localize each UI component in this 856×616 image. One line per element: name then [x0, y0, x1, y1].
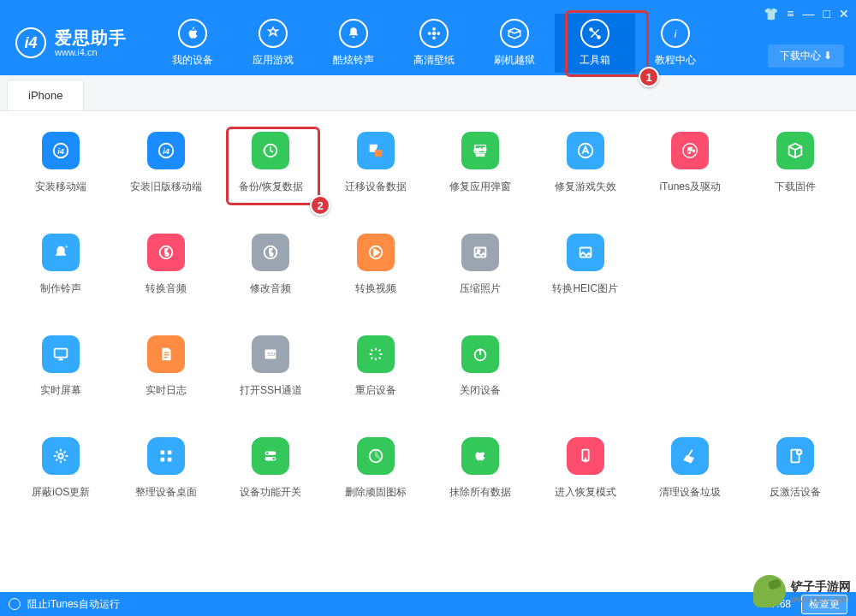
- svg-point-5: [590, 28, 592, 31]
- loading-icon: [357, 335, 395, 373]
- apple-solid-icon: [461, 437, 499, 475]
- download-center-button[interactable]: 下载中心 ⬇: [768, 44, 844, 68]
- power-icon: [461, 335, 499, 373]
- nav-label: 高清壁纸: [413, 53, 455, 68]
- tool-label: 屏蔽iOS更新: [32, 485, 90, 500]
- tool-convert-audio[interactable]: 转换音频: [114, 234, 219, 296]
- tool-install-old[interactable]: i4安装旧版移动端: [114, 132, 219, 194]
- nav-tutorial[interactable]: i 教程中心: [635, 14, 716, 73]
- svg-text:Apple ID: Apple ID: [474, 148, 486, 151]
- toggles-icon: [252, 437, 289, 475]
- shirt-icon[interactable]: 👕: [764, 7, 778, 21]
- migrate-icon: [357, 132, 395, 169]
- tool-fix-game[interactable]: 修复游戏失效: [533, 132, 639, 194]
- tool-clean[interactable]: 清理设备垃圾: [638, 437, 743, 500]
- svg-text:i4: i4: [163, 147, 169, 156]
- nav-wallpaper[interactable]: 高清壁纸: [394, 14, 474, 73]
- tool-erase[interactable]: 抹除所有数据: [428, 437, 533, 500]
- gear-icon: [42, 437, 80, 475]
- box-icon: [500, 19, 529, 48]
- tool-label: 安装移动端: [35, 180, 86, 194]
- svg-point-6: [597, 36, 600, 38]
- tool-compress-photo[interactable]: 压缩照片: [428, 234, 533, 296]
- svg-rect-28: [55, 349, 68, 358]
- svg-rect-34: [168, 451, 172, 455]
- tools-icon: [580, 19, 609, 48]
- tool-make-ring[interactable]: +制作铃声: [9, 234, 114, 296]
- tool-label: 删除顽固图标: [345, 485, 407, 500]
- tool-convert-heic[interactable]: 转换HEIC图片: [533, 234, 639, 296]
- tool-label: 实时屏幕: [40, 383, 81, 398]
- status-circle-icon[interactable]: [9, 598, 21, 610]
- broom-icon: [671, 437, 709, 475]
- tool-label: 实时日志: [146, 383, 187, 398]
- tool-label: 转换视频: [355, 281, 396, 296]
- tool-block-update[interactable]: 屏蔽iOS更新: [9, 437, 114, 500]
- svg-text:SSH: SSH: [268, 352, 277, 357]
- svg-point-0: [432, 31, 437, 35]
- phone-x-icon: [776, 437, 814, 475]
- tool-label: 转换HEIC图片: [552, 281, 618, 296]
- tool-realtime-log[interactable]: 实时日志: [114, 335, 219, 398]
- menu-icon[interactable]: ≡: [787, 7, 794, 21]
- nav-apps[interactable]: 应用游戏: [233, 14, 313, 73]
- nav-label: 酷炫铃声: [333, 53, 374, 68]
- maximize-icon[interactable]: □: [823, 7, 830, 21]
- tool-feature-switch[interactable]: 设备功能开关: [218, 437, 324, 500]
- logo-badge-icon: i4: [15, 27, 46, 58]
- tool-realtime-screen[interactable]: 实时屏幕: [9, 335, 114, 398]
- tool-install-mobile[interactable]: i4安装移动端: [9, 132, 114, 194]
- heic-icon: [567, 234, 604, 271]
- nav-device[interactable]: 我的设备: [152, 14, 233, 73]
- tool-backup-restore[interactable]: 备份/恢复数据: [218, 132, 324, 194]
- bell-plus-icon: +: [42, 234, 80, 271]
- tab-iphone[interactable]: iPhone: [7, 80, 84, 110]
- main-nav: 我的设备 应用游戏 酷炫铃声 高清壁纸 刷机越狱 工具箱 i 教程中心: [152, 14, 849, 73]
- tool-label: 修改音频: [250, 281, 291, 296]
- tool-label: 安装旧版移动端: [130, 180, 202, 194]
- monitor-icon: [42, 335, 80, 373]
- close-icon[interactable]: ✕: [839, 7, 849, 21]
- svg-rect-33: [160, 451, 164, 455]
- grid-icon: [147, 437, 185, 475]
- tool-label: iTunes及驱动: [659, 180, 721, 194]
- tool-label: 制作铃声: [40, 281, 81, 296]
- tool-migrate[interactable]: 迁移设备数据: [324, 132, 429, 194]
- music-edit-icon: [252, 234, 289, 271]
- nav-toolbox[interactable]: 工具箱: [555, 14, 635, 73]
- svg-point-40: [273, 458, 276, 460]
- image-icon: [461, 234, 499, 271]
- svg-text:i4: i4: [57, 147, 64, 156]
- tool-recovery[interactable]: 进入恢复模式: [533, 437, 639, 500]
- tool-ssh[interactable]: SSH打开SSH通道: [218, 335, 324, 398]
- tool-convert-video[interactable]: 转换视频: [324, 234, 429, 296]
- nav-label: 教程中心: [655, 53, 696, 68]
- tool-reboot[interactable]: 重启设备: [324, 335, 429, 398]
- nav-flash[interactable]: 刷机越狱: [474, 14, 555, 73]
- tool-label: 抹除所有数据: [449, 485, 511, 500]
- tool-tidy-desktop[interactable]: 整理设备桌面: [114, 437, 219, 500]
- tool-fix-popup[interactable]: Apple ID修复应用弹窗: [428, 132, 533, 194]
- window-titlebar: [0, 0, 856, 10]
- phone-down-icon: [567, 437, 604, 475]
- tool-deactivate[interactable]: 反激活设备: [743, 437, 848, 500]
- tool-label: 打开SSH通道: [240, 383, 302, 398]
- nav-ringtone[interactable]: 酷炫铃声: [313, 14, 394, 73]
- svg-point-3: [428, 32, 431, 35]
- tool-label: 迁移设备数据: [345, 180, 407, 194]
- minimize-icon[interactable]: —: [803, 7, 815, 21]
- i4-icon: i4: [42, 132, 80, 169]
- tool-del-icons[interactable]: 删除顽固图标: [324, 437, 429, 500]
- tool-download-fw[interactable]: 下载固件: [743, 132, 848, 194]
- tool-label: 设备功能开关: [240, 485, 301, 500]
- nav-label: 工具箱: [580, 53, 610, 68]
- annotation-badge-1: 1: [639, 67, 659, 87]
- window-controls: 👕 ≡ — □ ✕: [764, 7, 849, 21]
- svg-point-1: [432, 27, 436, 30]
- cube-icon: [776, 132, 814, 169]
- app-header: 👕 ≡ — □ ✕ i4 爱思助手 www.i4.cn 我的设备 应用游戏 酷炫…: [0, 10, 856, 75]
- tool-itunes-driver[interactable]: iTunes及驱动: [638, 132, 743, 194]
- tool-shutdown[interactable]: 关闭设备: [428, 335, 533, 398]
- tool-edit-audio[interactable]: 修改音频: [218, 234, 324, 296]
- status-itunes-text[interactable]: 阻止iTunes自动运行: [27, 597, 120, 612]
